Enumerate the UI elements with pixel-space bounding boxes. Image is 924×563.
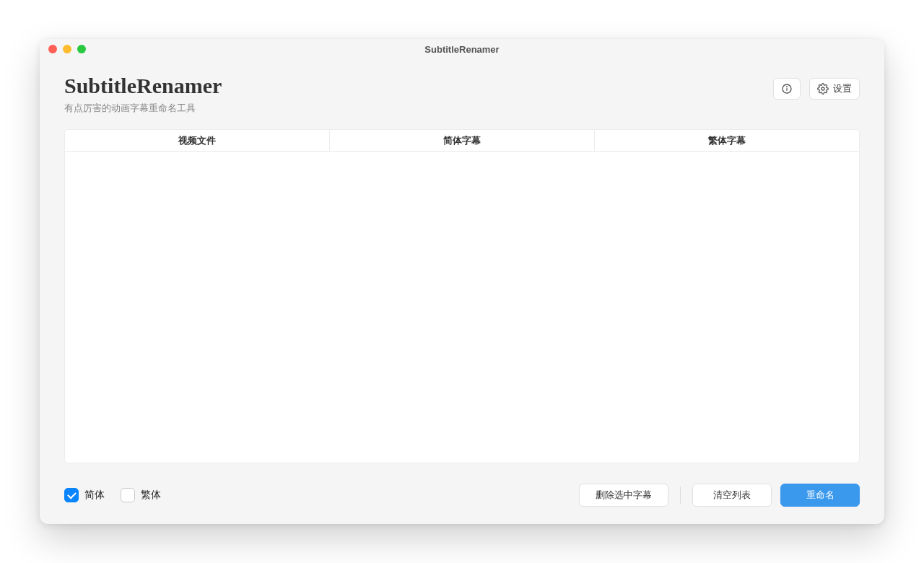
- app-title: SubtitleRenamer: [64, 74, 222, 97]
- info-icon: [781, 83, 793, 95]
- table-body[interactable]: [65, 152, 859, 463]
- window-controls: [40, 45, 86, 53]
- gear-icon: [817, 83, 829, 95]
- checkbox-box-traditional: [121, 488, 135, 502]
- divider: [680, 486, 681, 504]
- header-row: SubtitleRenamer 有点厉害的动画字幕重命名工具 设: [64, 74, 860, 115]
- title-block: SubtitleRenamer 有点厉害的动画字幕重命名工具: [64, 74, 222, 115]
- titlebar: SubtitleRenamer: [40, 39, 884, 59]
- file-table: 视频文件 简体字幕 繁体字幕: [64, 129, 860, 463]
- checkbox-group: 简体 繁体: [64, 488, 161, 502]
- checkbox-simplified[interactable]: 简体: [64, 488, 105, 502]
- settings-label: 设置: [833, 82, 852, 95]
- header-actions: 设置: [773, 78, 860, 100]
- column-header-simplified[interactable]: 简体字幕: [330, 130, 595, 151]
- maximize-window-button[interactable]: [77, 45, 86, 53]
- footer-row: 简体 繁体 删除选中字幕 清空列表 重命名: [64, 484, 860, 507]
- info-button[interactable]: [773, 78, 801, 100]
- app-window: SubtitleRenamer SubtitleRenamer 有点厉害的动画字…: [40, 39, 884, 524]
- content-area: SubtitleRenamer 有点厉害的动画字幕重命名工具 设: [40, 59, 884, 524]
- column-header-video[interactable]: 视频文件: [65, 130, 330, 151]
- checkbox-box-simplified: [64, 488, 79, 502]
- minimize-window-button[interactable]: [63, 45, 71, 53]
- window-title: SubtitleRenamer: [40, 44, 884, 55]
- svg-point-3: [821, 87, 824, 90]
- table-header: 视频文件 简体字幕 繁体字幕: [65, 130, 859, 152]
- app-subtitle: 有点厉害的动画字幕重命名工具: [64, 102, 222, 115]
- column-header-traditional[interactable]: 繁体字幕: [595, 130, 859, 151]
- checkbox-traditional[interactable]: 繁体: [121, 488, 161, 502]
- rename-button[interactable]: 重命名: [780, 484, 860, 507]
- footer-actions: 删除选中字幕 清空列表 重命名: [579, 484, 860, 507]
- delete-selected-button[interactable]: 删除选中字幕: [579, 484, 668, 507]
- checkbox-label-traditional: 繁体: [141, 489, 161, 502]
- checkbox-label-simplified: 简体: [84, 489, 105, 502]
- close-window-button[interactable]: [48, 45, 57, 53]
- svg-point-2: [787, 87, 788, 87]
- clear-list-button[interactable]: 清空列表: [692, 484, 772, 507]
- settings-button[interactable]: 设置: [809, 78, 860, 100]
